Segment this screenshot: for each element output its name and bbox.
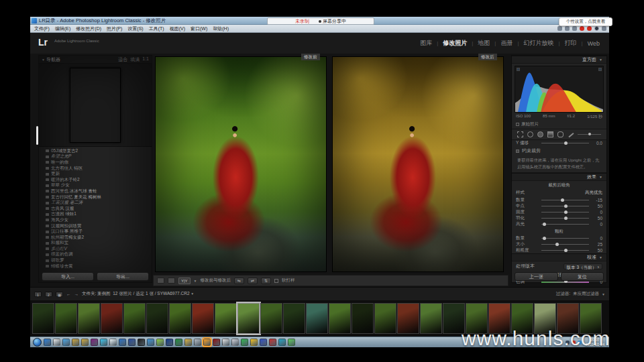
filmstrip-thumbnail[interactable] — [352, 303, 374, 334]
menu-item[interactable]: 工具(T) — [149, 25, 164, 32]
taskbar-app-icon[interactable] — [231, 339, 239, 346]
menu-item[interactable]: 帮助(H) — [213, 25, 229, 32]
magnifier-icon[interactable] — [572, 26, 577, 31]
collapse-caret-icon[interactable]: ▼ — [599, 58, 602, 62]
close-share-icon[interactable] — [602, 26, 606, 31]
view-mode-caret-icon[interactable]: ▼ — [194, 279, 197, 283]
source-caret-icon[interactable]: ▼ — [191, 292, 194, 296]
taskbar-app-icon[interactable] — [119, 339, 126, 346]
module-5[interactable]: 幻灯片放映 — [524, 39, 554, 48]
taskbar-app-icon[interactable] — [53, 339, 60, 346]
taskbar-app-icon[interactable] — [100, 339, 107, 346]
module-3[interactable]: 地图 — [478, 39, 490, 48]
pen-icon[interactable] — [565, 26, 570, 31]
filmstrip-thumbnail[interactable] — [283, 303, 305, 334]
vignette-style-row[interactable]: 样式 高光优先 — [512, 189, 606, 197]
filmstrip-thumbnail[interactable] — [55, 303, 77, 334]
slider-track[interactable] — [541, 206, 589, 206]
taskbar-app-icon[interactable] — [184, 339, 192, 346]
histogram[interactable] — [515, 66, 604, 113]
back-arrow-icon[interactable]: ← — [66, 292, 71, 296]
copy-settings-after-before-button[interactable]: ⇄ — [248, 278, 258, 284]
filmstrip-thumbnail[interactable] — [397, 303, 419, 334]
taskbar-app-icon[interactable] — [250, 339, 258, 346]
slider-track[interactable] — [541, 224, 589, 225]
slider-track[interactable] — [541, 212, 589, 213]
filmstrip-thumbnail[interactable] — [101, 303, 123, 334]
slider-handle[interactable] — [561, 198, 564, 202]
slider-handle[interactable] — [543, 223, 546, 226]
filmstrip-thumbnail[interactable] — [169, 303, 191, 334]
taskbar-app-icon[interactable] — [44, 339, 51, 346]
filmstrip-thumbnail[interactable] — [420, 303, 442, 334]
primary-monitor-icon[interactable]: 1 — [34, 292, 42, 297]
module-4[interactable]: 画册 — [500, 39, 513, 48]
filmstrip-thumbnail[interactable] — [78, 303, 100, 334]
taskbar-app-icon[interactable] — [156, 339, 164, 346]
menu-item[interactable]: 修改照片(D) — [76, 25, 101, 32]
filter-value[interactable]: 未应用过滤器 — [573, 291, 599, 297]
collapse-caret-icon[interactable]: ▼ — [599, 175, 602, 179]
slider-track[interactable] — [541, 200, 589, 200]
taskbar-app-icon[interactable] — [109, 339, 117, 346]
slider-handle[interactable] — [543, 237, 546, 240]
settings-tooltip[interactable]: 个性设置，点我查看 — [559, 17, 612, 26]
tool-mini-slider-handle[interactable] — [588, 133, 591, 135]
module-7[interactable]: Web — [588, 40, 600, 47]
taskbar-app-icon[interactable] — [260, 339, 267, 346]
redeye-tool-icon[interactable] — [537, 131, 543, 137]
slider-handle[interactable] — [564, 217, 568, 220]
filmstrip-thumbnail[interactable] — [123, 303, 146, 334]
slider-track[interactable] — [541, 238, 589, 239]
calibration-panel-header[interactable]: 校准 ▼ — [512, 253, 606, 261]
histogram-header[interactable]: 直方图 ▼ — [512, 56, 606, 64]
previous-button[interactable]: 上一张 — [515, 272, 558, 281]
secondary-monitor-icon[interactable]: 2 — [45, 292, 52, 297]
crop-tool-icon[interactable] — [517, 131, 523, 137]
menu-item[interactable]: 照片(P) — [107, 25, 122, 32]
taskbar-app-icon[interactable] — [138, 339, 145, 346]
style-value[interactable]: 高光优先 — [585, 190, 602, 196]
filmstrip-thumbnail[interactable] — [146, 303, 168, 334]
collapse-caret-icon[interactable]: ▼ — [599, 255, 602, 259]
constrain-crop-checkbox[interactable] — [516, 149, 519, 153]
module-1[interactable]: 图库 — [420, 39, 432, 48]
taskbar-app-icon[interactable] — [62, 339, 70, 346]
taskbar-app-icon[interactable] — [269, 339, 276, 346]
slider-track[interactable] — [541, 218, 589, 219]
radial-filter-tool-icon[interactable] — [557, 131, 564, 137]
taskbar-app-icon[interactable] — [203, 339, 211, 346]
module-6[interactable]: 打印 — [565, 39, 577, 48]
menu-item[interactable]: 编辑(E) — [55, 25, 70, 32]
spot-removal-tool-icon[interactable] — [527, 131, 533, 137]
menu-item[interactable]: 视图(V) — [170, 25, 185, 32]
graduated-filter-tool-icon[interactable] — [547, 131, 553, 137]
start-button[interactable] — [33, 338, 42, 347]
import-button[interactable]: 导入... — [42, 272, 94, 281]
share-status[interactable]: 屏幕分享中 — [319, 18, 346, 25]
swap-before-after-button[interactable]: ⇅ — [261, 278, 271, 284]
before-after-icon[interactable]: Y|Y — [178, 278, 191, 284]
taskbar-app-icon[interactable] — [72, 339, 79, 346]
menu-item[interactable]: 窗口(W) — [191, 25, 207, 32]
taskbar-app-icon[interactable] — [222, 339, 229, 346]
menu-item[interactable]: 文件(F) — [34, 25, 50, 32]
taskbar-app-icon[interactable] — [213, 339, 220, 346]
slider-handle[interactable] — [564, 141, 568, 145]
filmstrip-thumbnail[interactable] — [192, 303, 214, 334]
record-dot-icon[interactable] — [587, 26, 592, 31]
slider-handle[interactable] — [564, 249, 568, 252]
photo-before[interactable] — [155, 56, 327, 272]
record-dot-icon[interactable] — [580, 26, 584, 31]
photo-after[interactable] — [332, 56, 504, 272]
camera-icon[interactable] — [594, 26, 599, 31]
slider-track[interactable] — [541, 143, 589, 143]
forward-arrow-icon[interactable]: → — [74, 292, 79, 296]
taskbar-app-icon[interactable] — [175, 339, 182, 346]
grid-view-icon[interactable]: ▦ — [56, 292, 63, 297]
taskbar-app-icon[interactable] — [166, 339, 173, 346]
process-version-value[interactable]: 版本 3（当前） › — [564, 263, 602, 269]
slider-handle[interactable] — [564, 210, 568, 214]
effects-panel-header[interactable]: 效果 ▼ — [512, 173, 606, 181]
reset-button[interactable]: 复位 — [561, 272, 604, 281]
